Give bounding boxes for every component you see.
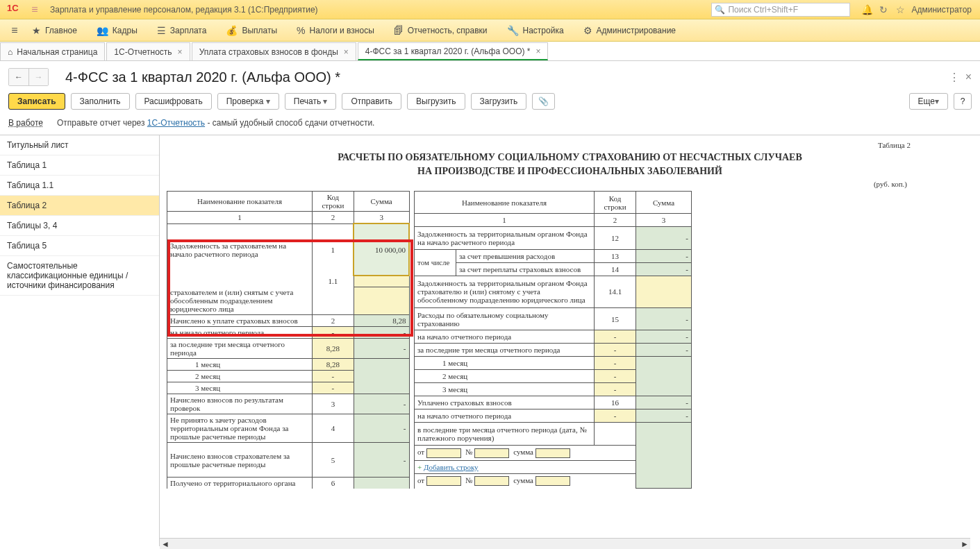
menu-main[interactable]: ★Главное — [22, 19, 87, 41]
cell-name: 1 месяц — [167, 359, 313, 371]
cell-sum[interactable]: - — [636, 249, 692, 262]
cell-sum[interactable]: - — [636, 227, 692, 249]
cell-subsum[interactable]: - — [313, 371, 354, 382]
check-button[interactable]: Проверка — [217, 93, 279, 110]
inline-input[interactable] — [535, 476, 570, 486]
menu-nastroika[interactable]: 🔧Настройка — [497, 19, 574, 41]
inline-input[interactable] — [426, 448, 461, 458]
cell-sum[interactable]: - — [636, 307, 692, 330]
nav-title-sheet[interactable]: Титульный лист — [0, 135, 159, 155]
inline-input[interactable] — [426, 476, 461, 486]
send-button[interactable]: Отправить — [342, 93, 401, 110]
cell-code: 1 — [313, 223, 354, 276]
nav-table-1[interactable]: Таблица 1 — [0, 155, 159, 176]
cell-sum[interactable] — [636, 276, 692, 307]
hint-link[interactable]: 1С-Отчетность — [147, 118, 205, 128]
inline-input[interactable] — [474, 448, 509, 458]
cell-sum[interactable]: - — [636, 330, 692, 344]
scroll-right-icon[interactable]: ► — [959, 539, 970, 547]
cell-name: за счет превышения расходов — [456, 249, 595, 262]
fill-button[interactable]: Заполнить — [71, 93, 130, 110]
cell-sum[interactable]: - — [636, 344, 692, 357]
cell-subsum[interactable]: - — [595, 383, 636, 396]
cell-name: Задолженность за территориальным органом… — [415, 276, 595, 307]
close-icon[interactable]: × — [535, 47, 540, 56]
hamburger-icon[interactable]: ≡ — [28, 3, 42, 16]
user-label[interactable]: Администратор — [911, 5, 972, 15]
decrypt-button[interactable]: Расшифровать — [135, 93, 212, 110]
export-button[interactable]: Выгрузить — [407, 93, 465, 110]
cell-subsum[interactable]: - — [595, 409, 636, 423]
close-page-icon[interactable]: × — [965, 71, 972, 83]
status-link[interactable]: В работе — [8, 118, 43, 128]
nav-back-button[interactable]: ← — [9, 69, 28, 85]
cell-name: 2 месяц — [167, 371, 313, 382]
cell-sum[interactable]: - — [636, 396, 692, 409]
import-button[interactable]: Загрузить — [471, 93, 527, 110]
inline-input[interactable] — [535, 448, 570, 458]
cell-sum[interactable]: - — [636, 409, 692, 423]
cell-sum[interactable]: - — [354, 414, 409, 443]
nav-units[interactable]: Самостоятельные классификационные единиц… — [0, 256, 159, 296]
cell-sum[interactable]: - — [354, 394, 409, 414]
tab-4fss[interactable]: 4-ФСС за 1 квартал 2020 г. (Альфа ООО) *… — [358, 42, 549, 60]
cell-subsum[interactable]: 8,28 — [313, 339, 354, 359]
cell-sum[interactable] — [636, 423, 692, 489]
menu-nalogi[interactable]: %Налоги и взносы — [287, 19, 384, 41]
cell-subsum[interactable]: 8,28 — [313, 359, 354, 371]
print-button[interactable]: Печать — [285, 93, 337, 110]
cell-sum[interactable] — [354, 276, 409, 287]
nav-table-1-1[interactable]: Таблица 1.1 — [0, 176, 159, 196]
cell-subsum[interactable]: - — [595, 370, 636, 383]
nav-tables-3-4[interactable]: Таблицы 3, 4 — [0, 216, 159, 236]
nav-forward-button[interactable]: → — [28, 69, 48, 85]
kebab-icon[interactable]: ⋮ — [949, 71, 960, 84]
menu-kadry[interactable]: 👥Кадры — [87, 19, 147, 41]
cell-subsum[interactable]: - — [595, 344, 636, 357]
cell-sum[interactable]: - — [636, 262, 692, 276]
cell-subsum[interactable]: - — [313, 327, 354, 339]
cell-sum[interactable] — [636, 357, 692, 396]
cell-sum-selected[interactable]: 10 000,00 — [354, 223, 409, 276]
tab-home[interactable]: ⌂Начальная страница — [0, 42, 105, 60]
help-button[interactable]: ? — [954, 93, 972, 110]
add-row[interactable]: + Добавить строку — [415, 460, 636, 473]
page-title: 4-ФСС за 1 квартал 2020 г. (Альфа ООО) * — [65, 69, 340, 85]
cell-subsum[interactable]: - — [313, 382, 354, 394]
history-icon[interactable]: ↻ — [875, 4, 892, 15]
star-icon[interactable]: ☆ — [892, 4, 908, 15]
tab-strip: ⌂Начальная страница 1С-Отчетность× Уплат… — [0, 42, 980, 61]
menu-vyplaty[interactable]: 💰Выплаты — [216, 19, 287, 41]
cell-sum[interactable] — [354, 478, 409, 489]
more-button[interactable]: Еще — [909, 93, 948, 110]
cell-subsum[interactable]: - — [595, 357, 636, 370]
close-icon[interactable]: × — [344, 47, 349, 57]
close-icon[interactable]: × — [178, 47, 183, 57]
cell-sum[interactable]: 8,28 — [354, 315, 409, 327]
cell-sum[interactable]: - — [354, 339, 409, 359]
horizontal-scrollbar[interactable]: ◄ ► — [160, 538, 970, 546]
menu-zarplata[interactable]: ☰Зарплата — [147, 19, 217, 41]
cell-name: 1 месяц — [415, 357, 595, 370]
search-icon: 🔍 — [715, 5, 725, 15]
cell-code: 5 — [313, 443, 354, 478]
menu-otchetnost[interactable]: 🗐Отчетность, справки — [384, 19, 497, 41]
nav-table-2[interactable]: Таблица 2 — [0, 196, 159, 216]
attach-button[interactable]: 📎 — [532, 93, 555, 110]
cell-sum[interactable] — [354, 359, 409, 394]
th-code: Код строки — [313, 192, 354, 212]
cell-subsum[interactable]: - — [595, 330, 636, 344]
inline-input[interactable] — [474, 476, 509, 486]
tab-vznosy[interactable]: Уплата страховых взносов в фонды× — [192, 42, 356, 60]
write-button[interactable]: Записать — [8, 93, 65, 110]
cell-inline: от № сумма — [415, 473, 636, 488]
scroll-left-icon[interactable]: ◄ — [160, 539, 171, 547]
bell-icon[interactable]: 🔔 — [858, 4, 875, 15]
tab-1c-report[interactable]: 1С-Отчетность× — [106, 42, 190, 60]
menu-hamburger-icon[interactable]: ≡ — [7, 24, 22, 37]
cell-sum[interactable]: - — [354, 443, 409, 478]
cell-sum[interactable]: - — [354, 327, 409, 339]
global-search[interactable]: 🔍 Поиск Ctrl+Shift+F — [711, 3, 850, 17]
nav-table-5[interactable]: Таблица 5 — [0, 236, 159, 256]
menu-admin[interactable]: ⚙Администрирование — [574, 19, 686, 41]
